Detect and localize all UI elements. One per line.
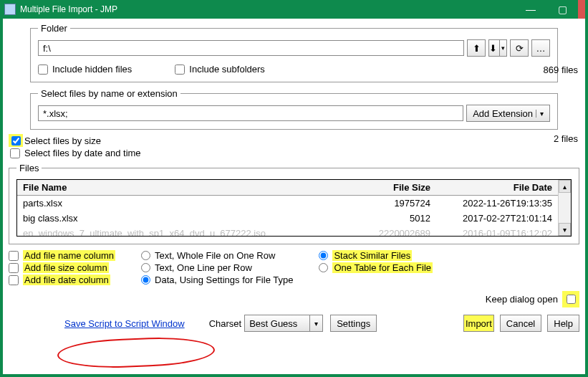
folder-legend: Folder bbox=[38, 23, 70, 34]
col-header-name[interactable]: File Name bbox=[17, 180, 343, 195]
add-extension-button[interactable]: Add Extension ▾ bbox=[466, 105, 550, 122]
add-filename-col-checkbox[interactable]: Add file name column bbox=[9, 250, 115, 261]
charset-label: Charset bbox=[209, 318, 242, 329]
scroll-down-icon[interactable]: ▾ bbox=[559, 223, 571, 236]
settings-button[interactable]: Settings bbox=[330, 315, 377, 332]
col-header-size[interactable]: File Size bbox=[343, 180, 436, 195]
folder-up-button[interactable]: ⬆ bbox=[467, 39, 486, 57]
app-icon bbox=[4, 4, 16, 15]
add-filename-col-label: Add file name column bbox=[23, 250, 115, 261]
cell-date: 2017-02-27T21:01:14 bbox=[436, 211, 558, 226]
cell-name: parts.xlsx bbox=[17, 196, 343, 211]
folder-path-input[interactable] bbox=[38, 40, 464, 56]
help-label: Help bbox=[554, 318, 573, 329]
cell-size: 2220002689 bbox=[343, 226, 436, 236]
cell-size: 5012 bbox=[343, 211, 436, 226]
folder-group: Folder ⬆ ⬇▾ ⟳ … Include hidden files Inc… bbox=[30, 23, 558, 82]
refresh-button[interactable]: ⟳ bbox=[510, 39, 529, 57]
add-filesize-col-checkbox[interactable]: Add file size column bbox=[9, 262, 115, 273]
include-subfolders-checkbox[interactable]: Include subfolders bbox=[175, 64, 265, 75]
add-filedate-col-label: Add file date column bbox=[23, 275, 110, 285]
keep-dialog-checkbox[interactable] bbox=[562, 291, 579, 307]
browse-button[interactable]: … bbox=[531, 39, 550, 57]
data-settings-radio[interactable]: Data, Using Settings for File Type bbox=[141, 275, 293, 285]
stack-similar-label: Stack Similar Files bbox=[332, 250, 412, 261]
stack-similar-radio[interactable]: Stack Similar Files bbox=[319, 250, 433, 261]
table-row[interactable]: parts.xlsx 1975724 2022-11-26T19:13:35 bbox=[17, 196, 558, 211]
import-label: Import bbox=[466, 318, 492, 329]
include-hidden-label: Include hidden files bbox=[52, 64, 132, 75]
annotation-circle bbox=[57, 335, 215, 370]
include-hidden-checkbox[interactable]: Include hidden files bbox=[38, 64, 132, 75]
data-settings-label: Data, Using Settings for File Type bbox=[155, 275, 293, 285]
titlebar: Multiple File Import - JMP — ▢ bbox=[0, 0, 588, 19]
minimize-button[interactable]: — bbox=[515, 0, 546, 19]
cell-date: 2016-01-09T16:12:02 bbox=[436, 226, 558, 236]
select-by-size-checkbox[interactable]: Select files by size bbox=[10, 135, 579, 146]
save-script-link[interactable]: Save Script to Script Window bbox=[64, 318, 185, 329]
add-filedate-col-checkbox[interactable]: Add file date column bbox=[9, 275, 115, 285]
import-button[interactable]: Import bbox=[463, 315, 494, 332]
maximize-button[interactable]: ▢ bbox=[546, 0, 578, 19]
cell-size: 1975724 bbox=[343, 196, 436, 211]
window-title: Multiple File Import - JMP bbox=[20, 4, 515, 14]
text-whole-file-label: Text, Whole File on One Row bbox=[155, 250, 275, 261]
text-one-line-radio[interactable]: Text, One Line per Row bbox=[141, 262, 293, 273]
text-one-line-label: Text, One Line per Row bbox=[155, 262, 252, 273]
folder-files-count: 869 files bbox=[544, 65, 578, 75]
files-table: File Name File Size File Date parts.xlsx… bbox=[16, 179, 572, 237]
extension-legend: Select files by name or extension bbox=[38, 88, 180, 99]
extension-files-count: 2 files bbox=[554, 133, 578, 144]
col-header-date[interactable]: File Date bbox=[436, 180, 558, 195]
extension-group: Select files by name or extension Add Ex… bbox=[30, 88, 558, 130]
extension-pattern-input[interactable] bbox=[38, 105, 463, 121]
help-button[interactable]: Help bbox=[547, 315, 579, 332]
cancel-label: Cancel bbox=[506, 318, 535, 329]
settings-label: Settings bbox=[337, 318, 370, 329]
dialog-content: Folder ⬆ ⬇▾ ⟳ … Include hidden files Inc… bbox=[3, 19, 585, 374]
add-extension-label: Add Extension bbox=[473, 108, 533, 119]
select-by-size-label: Select files by size bbox=[24, 135, 101, 146]
chevron-down-icon: ▾ bbox=[309, 315, 322, 331]
add-filesize-col-label: Add file size column bbox=[23, 262, 109, 273]
cell-name: big class.xlsx bbox=[17, 211, 343, 226]
text-whole-file-radio[interactable]: Text, Whole File on One Row bbox=[141, 250, 293, 261]
one-table-each-label: One Table for Each File bbox=[332, 262, 433, 273]
extension-enable-checkbox[interactable] bbox=[9, 134, 23, 147]
charset-select[interactable]: Best Guess ▾ bbox=[244, 315, 323, 332]
folder-down-button[interactable]: ⬇▾ bbox=[488, 39, 507, 57]
table-row[interactable]: big class.xlsx 5012 2017-02-27T21:01:14 bbox=[17, 211, 558, 226]
select-by-date-label: Select files by date and time bbox=[24, 148, 141, 158]
cell-date: 2022-11-26T19:13:35 bbox=[436, 196, 558, 211]
select-by-date-checkbox[interactable]: Select files by date and time bbox=[10, 148, 579, 158]
dialog-window: Multiple File Import - JMP — ▢ Folder ⬆ … bbox=[0, 0, 588, 377]
scroll-up-icon[interactable]: ▴ bbox=[559, 180, 571, 193]
include-subfolders-label: Include subfolders bbox=[189, 64, 265, 75]
one-table-each-radio[interactable]: One Table for Each File bbox=[319, 262, 433, 273]
charset-value: Best Guess bbox=[249, 318, 297, 329]
cancel-button[interactable]: Cancel bbox=[500, 315, 541, 332]
files-group: Files File Name File Size File Date part… bbox=[9, 163, 579, 244]
files-table-header: File Name File Size File Date bbox=[17, 180, 558, 196]
keep-dialog-label: Keep dialog open bbox=[486, 294, 558, 305]
table-row[interactable]: en_windows_7_ultimate_with_sp1_x64_dvd_u… bbox=[17, 226, 558, 236]
cell-name: en_windows_7_ultimate_with_sp1_x64_dvd_u… bbox=[17, 226, 343, 236]
files-legend: Files bbox=[16, 163, 42, 173]
close-button[interactable] bbox=[578, 0, 585, 19]
scrollbar[interactable]: ▴ ▾ bbox=[558, 180, 571, 236]
